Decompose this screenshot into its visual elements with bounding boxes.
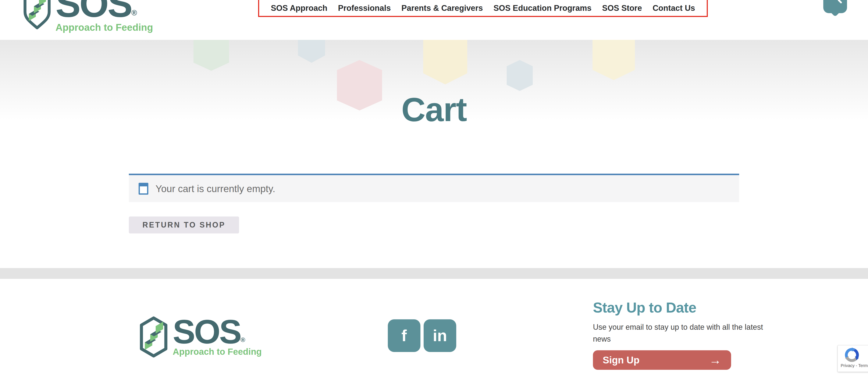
main-nav: SOS Approach Professionals Parents & Car… xyxy=(258,0,708,17)
linkedin-button[interactable]: in xyxy=(424,319,456,352)
recaptcha-icon xyxy=(844,348,859,362)
hexagon-decoration xyxy=(592,40,635,80)
sign-up-label: Sign Up xyxy=(603,354,640,366)
hero-section: Cart xyxy=(0,40,868,170)
empty-cart-notice: Your cart is currently empty. xyxy=(129,174,739,202)
site-logo[interactable]: SOS® Approach to Feeding xyxy=(21,0,153,33)
footer-brand-name: SOS xyxy=(173,316,241,347)
brand-name: SOS xyxy=(56,0,131,21)
site-header: SOS® Approach to Feeding SOS Approach Pr… xyxy=(0,0,868,40)
cart-icon-bar xyxy=(140,184,147,186)
newsletter-section: Stay Up to Date Use your email to stay u… xyxy=(593,299,784,345)
return-to-shop-button[interactable]: RETURN TO SHOP xyxy=(129,216,239,233)
recaptcha-privacy-terms[interactable]: Privacy - Terms xyxy=(841,363,868,368)
hexagon-decoration xyxy=(298,40,325,63)
logo-text: SOS® Approach to Feeding xyxy=(56,0,153,33)
nav-item-sos-education-programs[interactable]: SOS Education Programs xyxy=(494,4,591,13)
registered-mark: ® xyxy=(131,8,137,17)
arrow-right-icon: → xyxy=(709,354,721,366)
facebook-icon: f xyxy=(401,327,407,344)
social-links: f in xyxy=(388,319,456,352)
newsletter-heading: Stay Up to Date xyxy=(593,299,784,316)
hexagon-decoration xyxy=(423,40,467,84)
brand-tagline: Approach to Feeding xyxy=(56,22,153,33)
section-divider xyxy=(0,268,868,279)
footer-registered-mark: ® xyxy=(241,336,245,343)
footer-logo-text: SOS® Approach to Feeding xyxy=(173,316,262,357)
sign-up-button[interactable]: Sign Up → xyxy=(593,350,731,370)
facebook-button[interactable]: f xyxy=(388,319,421,352)
cart-icon xyxy=(138,183,148,195)
page-title: Cart xyxy=(0,90,868,129)
nav-item-contact-us[interactable]: Contact Us xyxy=(652,4,695,13)
hexagon-decoration xyxy=(193,40,229,71)
hexagon-decoration xyxy=(507,60,533,91)
linkedin-icon: in xyxy=(433,327,447,344)
nav-item-sos-store[interactable]: SOS Store xyxy=(602,4,642,13)
nav-item-sos-approach[interactable]: SOS Approach xyxy=(271,4,328,13)
empty-cart-message: Your cart is currently empty. xyxy=(156,183,275,195)
recaptcha-badge: Privacy - Terms xyxy=(837,345,868,372)
nav-item-parents-caregivers[interactable]: Parents & Caregivers xyxy=(401,4,483,13)
site-footer: SOS® Approach to Feeding f in Stay Up to… xyxy=(0,279,868,377)
nav-item-professionals[interactable]: Professionals xyxy=(338,4,391,13)
search-button[interactable] xyxy=(823,0,847,23)
sos-shield-icon xyxy=(21,0,53,33)
footer-logo[interactable]: SOS® Approach to Feeding xyxy=(137,316,262,360)
sos-hexagon-icon xyxy=(137,316,170,360)
footer-brand-tagline: Approach to Feeding xyxy=(173,347,262,357)
newsletter-description: Use your email to stay up to date with a… xyxy=(593,321,775,345)
